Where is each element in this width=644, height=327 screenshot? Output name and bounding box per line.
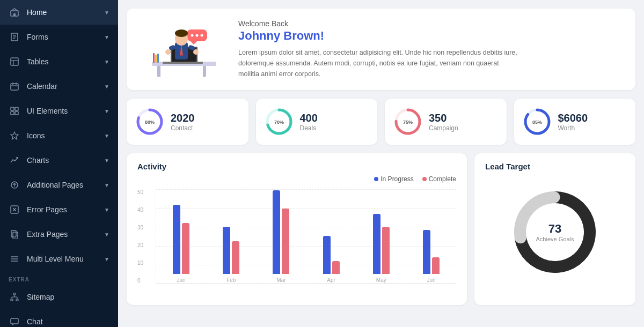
stats-row: 80% 2020 Contact 70% 400 Deals 75% 350 C… <box>127 99 635 145</box>
month-group-mar: Mar <box>256 183 306 283</box>
month-label-jun: Jun <box>427 277 435 283</box>
month-label-mar: Mar <box>276 277 286 283</box>
bars-pair-jun <box>423 183 440 274</box>
svg-text:70%: 70% <box>274 120 283 125</box>
svg-point-50 <box>195 34 198 36</box>
stat-info-deals: 400 Deals <box>300 112 318 132</box>
bars-pair-apr <box>323 183 340 274</box>
bar-complete-jun <box>432 257 440 274</box>
y-label-20: 20 <box>137 242 153 248</box>
stat-info-contact: 2020 Contact <box>171 112 195 132</box>
bar-inprogress-apr <box>323 236 331 274</box>
sidebar-item-ui-elements[interactable]: UI Elements▼ <box>0 99 118 123</box>
svg-rect-43 <box>203 66 206 77</box>
error-pages-arrow-icon: ▼ <box>104 207 109 213</box>
calendar-arrow-icon: ▼ <box>104 84 109 90</box>
svg-rect-13 <box>11 107 14 110</box>
svg-rect-1 <box>13 13 16 16</box>
chart-legend: In ProgressComplete <box>137 175 456 183</box>
bottom-row: Activity In ProgressComplete 01020304050… <box>127 153 635 305</box>
chart-area: 01020304050 Jan Feb Mar Apr May Jun <box>137 189 456 296</box>
tables-icon <box>9 56 20 68</box>
lead-pct: 73 <box>536 222 574 236</box>
extra-pages-label: Extra Pages <box>27 230 104 239</box>
sidebar-item-chat[interactable]: Chat <box>0 309 118 327</box>
svg-rect-28 <box>13 293 16 295</box>
month-group-apr: Apr <box>306 183 356 283</box>
forms-arrow-icon: ▼ <box>104 34 109 40</box>
home-arrow-icon: ▼ <box>104 10 109 16</box>
bar-complete-feb <box>232 241 239 274</box>
svg-rect-6 <box>11 58 18 65</box>
charts-label: Charts <box>27 156 104 165</box>
svg-rect-61 <box>155 55 157 63</box>
month-group-feb: Feb <box>206 183 256 283</box>
stat-card-deals: 70% 400 Deals <box>256 99 378 145</box>
bars-pair-mar <box>273 183 289 274</box>
svg-rect-15 <box>11 112 14 115</box>
svg-point-49 <box>191 34 193 36</box>
stat-info-worth: $6060 Worth <box>558 112 588 132</box>
icons-label: Icons <box>27 131 104 140</box>
extra-pages-icon <box>9 228 20 240</box>
month-label-apr: Apr <box>327 277 335 283</box>
month-group-jun: Jun <box>406 183 456 283</box>
sidebar-item-error-pages[interactable]: Error Pages▼ <box>0 197 118 222</box>
svg-rect-62 <box>157 54 159 63</box>
svg-point-55 <box>175 29 188 37</box>
tables-label: Tables <box>27 57 104 66</box>
y-label-30: 30 <box>137 225 153 231</box>
lead-donut: 73 Achieve Goals <box>507 184 603 280</box>
month-group-jan: Jan <box>156 183 206 283</box>
bars-pair-jan <box>173 183 189 274</box>
bar-complete-apr <box>332 261 340 274</box>
stat-info-campaign: 350 Campaign <box>429 112 458 132</box>
forms-label: Forms <box>27 33 104 41</box>
sidebar-item-icons[interactable]: Icons▼ <box>0 123 118 148</box>
icons-icon <box>9 130 20 142</box>
ui-elements-icon <box>9 105 20 117</box>
sidebar-item-home[interactable]: Home▼ <box>0 0 118 25</box>
sidebar-item-forms[interactable]: Forms▼ <box>0 25 118 49</box>
sidebar-item-charts[interactable]: Charts▼ <box>0 148 118 173</box>
activity-card: Activity In ProgressComplete 01020304050… <box>127 153 467 305</box>
svg-rect-60 <box>153 53 155 63</box>
bar-complete-may <box>382 227 390 274</box>
welcome-name: Johnny Brown! <box>238 29 517 43</box>
chat-icon <box>9 316 20 327</box>
bars-pair-feb <box>223 183 239 274</box>
stat-num-contact: 2020 <box>171 112 195 124</box>
y-label-40: 40 <box>137 207 153 213</box>
stat-label-contact: Contact <box>171 124 195 132</box>
grid-line-0 <box>156 284 456 284</box>
home-label: Home <box>27 8 104 17</box>
sidebar: Home▼Forms▼Tables▼Calendar▼UI Elements▼I… <box>0 0 118 327</box>
activity-title: Activity <box>137 162 456 171</box>
stat-num-campaign: 350 <box>429 112 458 124</box>
y-label-10: 10 <box>137 260 153 266</box>
svg-rect-42 <box>157 66 160 77</box>
sidebar-item-extra-pages[interactable]: Extra Pages▼ <box>0 222 118 247</box>
svg-text:75%: 75% <box>403 120 413 125</box>
svg-marker-17 <box>11 132 18 139</box>
welcome-greeting: Welcome Back <box>238 19 517 28</box>
svg-text:85%: 85% <box>532 120 541 125</box>
svg-rect-35 <box>11 318 18 324</box>
sidebar-item-multi-level[interactable]: Multi Level Menu▼ <box>0 247 118 271</box>
legend-item-complete: Complete <box>422 175 456 183</box>
stat-label-worth: Worth <box>558 124 588 132</box>
ui-elements-arrow-icon: ▼ <box>104 108 109 114</box>
svg-point-51 <box>200 34 203 36</box>
sidebar-item-additional-pages[interactable]: Additional Pages▼ <box>0 173 118 197</box>
stat-donut-contact: 80% <box>135 107 164 136</box>
sidebar-item-tables[interactable]: Tables▼ <box>0 49 118 74</box>
sidebar-item-calendar[interactable]: Calendar▼ <box>0 74 118 99</box>
forms-icon <box>9 31 20 43</box>
bar-inprogress-jan <box>173 205 180 274</box>
stat-card-worth: 85% $6060 Worth <box>514 99 636 145</box>
y-label-50: 50 <box>137 189 153 195</box>
stat-donut-deals: 70% <box>265 107 294 136</box>
sidebar-item-sitemap[interactable]: Sitemap <box>0 285 118 309</box>
bar-inprogress-jun <box>423 230 430 274</box>
multi-level-label: Multi Level Menu <box>27 255 104 263</box>
